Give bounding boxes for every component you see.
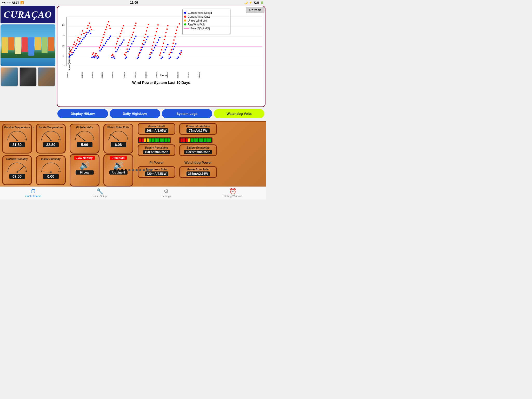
svg-point-82 [127,49,128,50]
svg-point-107 [153,42,154,43]
svg-point-175 [121,43,122,45]
svg-point-73 [117,38,119,39]
tab-control-panel-label: Control Panel [25,195,41,198]
svg-text:06/15-06: 06/15-06 [101,72,103,78]
watchdog-volts-button[interactable]: Watchdog Volts [214,109,264,118]
dot-10[interactable] [147,169,149,171]
svg-point-112 [157,24,159,26]
pi-solar-label: Pi Solar Volts [76,126,93,129]
dot-1[interactable] [114,169,116,171]
svg-point-207 [163,52,164,53]
dot-4[interactable] [125,169,127,171]
dot-8[interactable] [139,169,141,171]
svg-point-83 [127,45,129,46]
svg-point-75 [120,33,121,34]
svg-point-179 [126,57,127,58]
main-photo[interactable] [1,24,55,66]
thumbnail-3[interactable] [38,67,55,87]
svg-point-155 [94,57,95,58]
svg-text:0: 0 [75,139,75,141]
svg-point-215 [174,46,175,47]
svg-point-144 [79,43,81,44]
svg-point-32 [76,43,77,45]
svg-point-210 [167,44,169,45]
svg-point-180 [127,51,129,52]
watchdog-battery-card: Battery Remaining 100%/~6000mAh [179,144,217,156]
dot-3[interactable] [121,169,123,171]
svg-point-70 [115,47,116,49]
svg-point-98 [144,37,145,38]
svg-point-199 [152,50,154,51]
svg-point-56 [101,42,102,43]
watch-solar-gauge: Watch Solar Volts 0 7 6.08 [103,124,133,154]
svg-text:100: 100 [24,139,26,141]
svg-text:06/16-06: 06/16-06 [124,72,125,78]
svg-point-5 [184,19,186,22]
svg-point-52 [97,55,98,56]
svg-point-206 [162,57,163,58]
svg-point-121 [166,29,168,30]
svg-point-124 [170,52,171,53]
svg-text:06/22-00: 06/22-00 [188,72,189,78]
inside-temp-value: 32.80 [43,142,59,147]
refresh-button[interactable]: Refresh [246,7,264,13]
svg-point-62 [106,26,107,28]
system-logs-button[interactable]: System Logs [162,109,212,118]
tab-debug-window[interactable]: ⏰ Debug Window [200,187,266,200]
svg-point-95 [141,47,142,48]
svg-point-46 [91,29,92,30]
svg-point-204 [159,37,161,38]
svg-point-96 [142,43,143,45]
svg-text:0: 0 [108,139,109,141]
svg-point-130 [175,33,176,34]
tab-control-panel[interactable]: ⏱ Control Panel [0,187,66,200]
dot-5[interactable] [128,169,130,171]
svg-text:0: 0 [64,64,65,66]
tab-panel-setup[interactable]: 🔧 Panel Setup [66,187,133,200]
app-logo: CURAÇAO [4,9,52,20]
svg-line-250 [76,134,85,140]
svg-point-84 [128,42,129,43]
svg-text:7: 7 [127,139,127,141]
outside-temp-gauge: Outside Temperature 0 100 31.80 [2,124,32,154]
svg-point-24 [69,54,70,55]
svg-point-185 [134,38,135,39]
dot-6[interactable] [132,169,134,171]
svg-point-109 [155,35,156,36]
outside-temp-label: Outside Temperature [4,126,30,129]
tab-bar: ⏱ Control Panel 🔧 Panel Setup ⚙ Settings… [0,187,266,200]
thumbnail-1[interactable] [1,67,18,87]
svg-point-218 [178,57,179,58]
svg-text:06/21-00: 06/21-00 [177,72,179,78]
svg-point-88 [132,32,134,33]
svg-point-106 [152,45,153,46]
water [1,58,55,66]
display-hilow-button[interactable]: Display Hi/Low [57,109,108,118]
svg-point-167 [110,36,111,37]
svg-point-216 [175,43,176,45]
svg-text:Current Wind Speed: Current Wind Speed [188,11,212,14]
dot-9[interactable] [143,169,145,171]
dot-11[interactable] [150,169,152,171]
svg-point-170 [114,58,115,59]
svg-point-176 [122,42,123,43]
dot-2[interactable] [117,169,119,171]
svg-point-149 [86,34,87,35]
bottom-panel: Outside Temperature 0 100 31.80 ↑ Inside… [0,121,266,187]
watchdog-battery-bar [179,137,212,143]
tab-settings[interactable]: ⚙ Settings [133,187,200,200]
svg-point-115 [161,49,162,51]
thumbnail-2[interactable] [19,67,37,87]
svg-point-164 [106,41,107,42]
svg-point-78 [123,25,124,26]
dot-7[interactable] [136,169,138,171]
svg-point-187 [137,58,138,59]
daily-hilow-button[interactable]: Daily High/Low [110,109,160,118]
page-dots [0,168,266,172]
svg-point-157 [97,58,98,59]
svg-point-39 [83,33,85,34]
svg-point-31 [75,45,76,46]
svg-text:06/15-00: 06/15-00 [92,72,94,78]
buttons-row: Display Hi/Low Daily High/Low System Log… [56,108,266,119]
outside-temp-value: 31.80 [9,142,25,147]
